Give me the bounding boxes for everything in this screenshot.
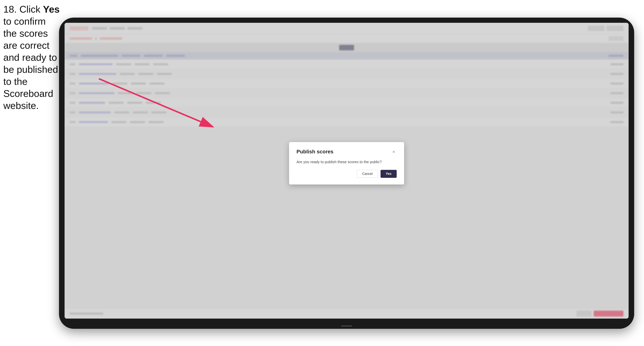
instruction-prefix: Click [20, 4, 43, 15]
modal-body: Are you ready to publish these scores to… [296, 159, 397, 165]
instruction-suffix: to confirm the scores are correct and re… [3, 16, 58, 111]
modal-title: Publish scores [296, 149, 334, 155]
modal-header: Publish scores × [296, 149, 397, 155]
step-number: 18. [3, 4, 17, 15]
tablet-device: Publish scores × Are you ready to publis… [59, 17, 634, 329]
close-icon: × [392, 149, 395, 155]
instruction-text: 18. Click Yes to confirm the scores are … [3, 3, 61, 112]
modal-message: Are you ready to publish these scores to… [296, 159, 397, 165]
tablet-screen: Publish scores × Are you ready to publis… [64, 23, 628, 319]
modal-close-button[interactable]: × [391, 149, 397, 155]
yes-bold: Yes [43, 4, 60, 15]
tablet-home-indicator [341, 326, 352, 327]
app-content: Publish scores × Are you ready to publis… [64, 23, 628, 319]
modal-footer: Cancel Yes [296, 170, 397, 178]
modal-overlay: Publish scores × Are you ready to publis… [64, 23, 628, 319]
publish-scores-modal: Publish scores × Are you ready to publis… [289, 142, 404, 184]
cancel-button[interactable]: Cancel [357, 170, 378, 178]
yes-button[interactable]: Yes [380, 170, 397, 178]
